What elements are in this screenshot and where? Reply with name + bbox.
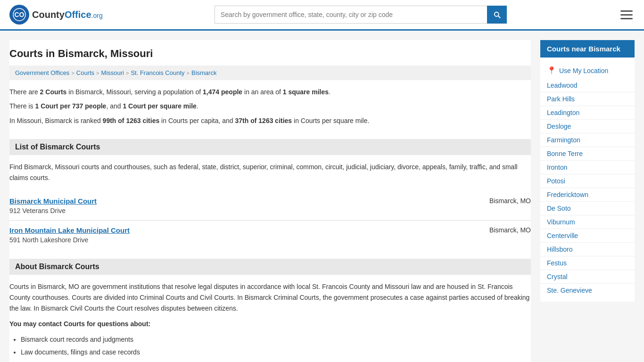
breadcrumb-link-city[interactable]: Bismarck <box>191 69 216 76</box>
sidebar-link-fredericktown[interactable]: Fredericktown <box>540 188 635 202</box>
rank-sqmile: 37th of 1263 cities <box>235 117 292 124</box>
list-description: Find Bismarck, Missouri courts and court… <box>9 155 531 191</box>
sidebar-link-desloge[interactable]: Desloge <box>540 120 635 133</box>
search-button[interactable] <box>487 6 507 24</box>
court-list: Bismarck Municipal Court 912 Veterans Dr… <box>9 191 531 249</box>
contact-item-2: Law documents, filings and case records <box>21 347 531 358</box>
about-block: Courts in Bismarck, MO are government in… <box>9 275 531 362</box>
per-capita: 1 Court per 737 people <box>35 102 106 110</box>
sidebar: Courts near Bismarck 📍 Use My Location L… <box>540 40 635 362</box>
list-desc-text: Find Bismarck, Missouri courts and court… <box>9 162 531 183</box>
contact-item-1: Bismarck court records and judgments <box>21 334 531 345</box>
page-wrapper: Courts in Bismarck, Missouri Government … <box>0 31 644 362</box>
sidebar-link-leadwood[interactable]: Leadwood <box>540 79 635 92</box>
sidebar-body: 📍 Use My Location Leadwood Park Hills Le… <box>540 58 635 302</box>
sidebar-link-desoto[interactable]: De Soto <box>540 202 635 215</box>
sidebar-link-parkhills[interactable]: Park Hills <box>540 92 635 106</box>
contact-list: Bismarck court records and judgments Law… <box>9 334 531 362</box>
site-header: CO CountyOffice.org <box>0 0 644 31</box>
logo-text: CountyOffice.org <box>32 9 103 20</box>
sidebar-link-leadington[interactable]: Leadington <box>540 106 635 120</box>
sidebar-link-bonneterre[interactable]: Bonne Terre <box>540 147 635 161</box>
search-icon <box>493 10 501 19</box>
court-count: 2 Courts <box>40 88 67 96</box>
contact-heading: You may contact Courts for questions abo… <box>9 319 531 329</box>
use-location-button[interactable]: 📍 Use My Location <box>540 62 635 79</box>
sidebar-link-festus[interactable]: Festus <box>540 256 635 270</box>
sidebar-link-ironton[interactable]: Ironton <box>540 161 635 174</box>
breadcrumb: Government Offices > Courts > Missouri >… <box>9 66 531 80</box>
list-section-title: List of Bismarck Courts <box>15 143 100 151</box>
court-item-2: Iron Mountain Lake Municipal Court 591 N… <box>9 221 531 249</box>
logo-area: CO CountyOffice.org <box>9 5 103 25</box>
search-area <box>215 6 507 24</box>
population: 1,474 people <box>203 88 242 96</box>
sidebar-link-crystal[interactable]: Crystal <box>540 270 635 284</box>
court-address-2: 591 North Lakeshore Drive <box>9 236 130 244</box>
court-row-1: Bismarck Municipal Court 912 Veterans Dr… <box>9 197 531 214</box>
court-location-2: Bismarck, MO <box>489 226 531 234</box>
use-location-label: Use My Location <box>559 67 608 74</box>
main-content: Courts in Bismarck, Missouri Government … <box>9 40 531 362</box>
court-info-2: Iron Mountain Lake Municipal Court 591 N… <box>9 226 130 244</box>
page-title: Courts in Bismarck, Missouri <box>9 40 531 66</box>
breadcrumb-sep-3: > <box>126 70 129 76</box>
court-row-2: Iron Mountain Lake Municipal Court 591 N… <box>9 226 531 244</box>
list-section-header: List of Bismarck Courts <box>9 139 531 155</box>
logo-office: Office <box>65 9 91 20</box>
court-address-1: 912 Veterans Drive <box>9 207 97 214</box>
menu-button[interactable] <box>619 8 635 21</box>
breadcrumb-sep-4: > <box>187 70 190 76</box>
per-sqmile: 1 Court per square mile <box>123 102 196 110</box>
info-line3: In Missouri, Bismarck is ranked 99th of … <box>9 115 531 126</box>
info-line2: There is 1 Court per 737 people, and 1 C… <box>9 101 531 111</box>
court-name-2[interactable]: Iron Mountain Lake Municipal Court <box>9 226 130 234</box>
sidebar-link-viburnum[interactable]: Viburnum <box>540 215 635 229</box>
location-pin-icon: 📍 <box>547 66 556 75</box>
sidebar-link-farmington[interactable]: Farmington <box>540 133 635 147</box>
about-section-header: About Bismarck Courts <box>9 259 531 275</box>
about-text: Courts in Bismarck, MO are government in… <box>9 281 531 314</box>
about-section-title: About Bismarck Courts <box>15 263 99 271</box>
search-input[interactable] <box>215 6 487 24</box>
breadcrumb-sep-1: > <box>71 70 74 76</box>
logo-org: .org <box>91 12 103 19</box>
sidebar-title: Courts near Bismarck <box>540 40 635 58</box>
rank-capita: 99th of 1263 cities <box>103 117 160 124</box>
breadcrumb-link-county[interactable]: St. Francois County <box>131 69 184 76</box>
court-info-1: Bismarck Municipal Court 912 Veterans Dr… <box>9 197 97 214</box>
breadcrumb-link-gov[interactable]: Government Offices <box>15 69 69 76</box>
contact-item-3: Appealing Bismarck court judgments <box>21 360 531 362</box>
sidebar-link-potosi[interactable]: Potosi <box>540 174 635 188</box>
info-block: There are 2 Courts in Bismarck, Missouri… <box>9 80 531 134</box>
court-name-1[interactable]: Bismarck Municipal Court <box>9 197 97 205</box>
sidebar-link-stegenevieve[interactable]: Ste. Genevieve <box>540 284 635 297</box>
court-item-1: Bismarck Municipal Court 912 Veterans Dr… <box>9 191 531 221</box>
sidebar-link-hillsboro[interactable]: Hillsboro <box>540 243 635 256</box>
info-line1: There are 2 Courts in Bismarck, Missouri… <box>9 87 531 97</box>
breadcrumb-link-mo[interactable]: Missouri <box>101 69 124 76</box>
breadcrumb-link-courts[interactable]: Courts <box>76 69 94 76</box>
area: 1 square miles <box>283 88 329 96</box>
breadcrumb-sep-2: > <box>96 70 99 76</box>
svg-text:CO: CO <box>15 11 25 18</box>
logo-icon: CO <box>9 5 29 25</box>
hamburger-icon <box>620 10 633 19</box>
sidebar-link-centerville[interactable]: Centerville <box>540 229 635 243</box>
court-location-1: Bismarck, MO <box>489 197 531 205</box>
